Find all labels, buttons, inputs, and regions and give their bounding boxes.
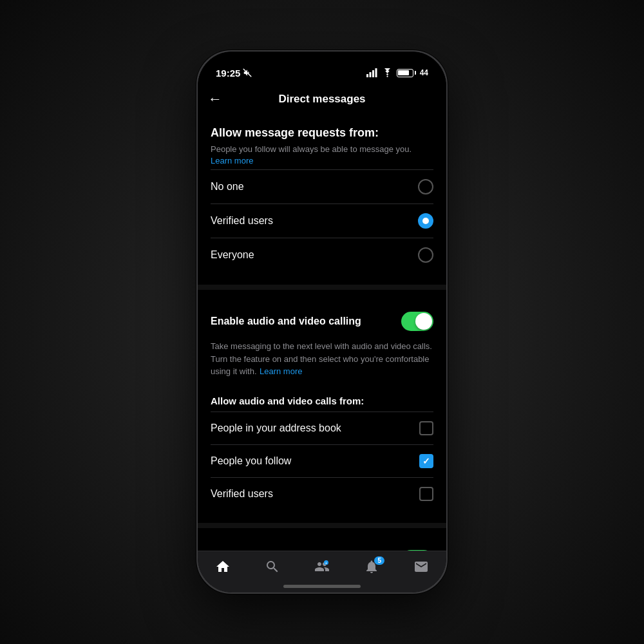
messages-icon <box>413 559 429 574</box>
nav-home[interactable] <box>215 559 231 574</box>
checkbox-address-book[interactable] <box>419 421 433 435</box>
mute-icon <box>243 68 252 77</box>
bottom-navigation: + 5 <box>198 551 446 580</box>
filter-messages-toggle-row: Filter low-quality messages <box>198 541 446 551</box>
svg-rect-3 <box>372 70 374 77</box>
phone-frame: 19:25 <box>196 50 448 594</box>
audio-video-toggle-label: Enable audio and video calling <box>211 316 361 327</box>
battery-level: 44 <box>420 68 428 77</box>
audio-video-toggle[interactable] <box>401 312 433 331</box>
option-no-one-label: No one <box>211 181 244 193</box>
message-requests-section: Allow message requests from: People you … <box>198 113 446 167</box>
option-verified-users-label: Verified users <box>211 215 273 227</box>
svg-text:+: + <box>325 561 327 565</box>
page-header: ← Direct messages <box>198 85 446 113</box>
option-no-one[interactable]: No one <box>198 170 446 204</box>
svg-rect-1 <box>366 74 368 77</box>
content-area: Allow message requests from: People you … <box>198 113 446 551</box>
nav-people[interactable]: + <box>314 559 330 574</box>
toggle-thumb <box>415 313 432 330</box>
option-everyone[interactable]: Everyone <box>198 238 446 272</box>
home-bar <box>283 585 361 588</box>
page-title: Direct messages <box>278 93 365 106</box>
calls-people-follow[interactable]: People you follow <box>198 445 446 477</box>
audio-video-desc-block: Take messaging to the next level with au… <box>198 340 446 386</box>
svg-point-5 <box>386 76 388 77</box>
wifi-icon <box>382 68 393 77</box>
calls-verified-users-label: Verified users <box>211 488 273 500</box>
dynamic-island <box>270 52 348 70</box>
audio-video-desc: Take messaging to the next level with au… <box>211 341 432 375</box>
checkbox-people-follow[interactable] <box>419 454 433 468</box>
radio-verified-users[interactable] <box>418 213 433 229</box>
signal-icon <box>366 68 378 77</box>
radio-no-one[interactable] <box>418 179 433 194</box>
time-display: 19:25 <box>216 68 240 79</box>
option-verified-users[interactable]: Verified users <box>198 204 446 238</box>
status-time: 19:25 <box>216 68 252 79</box>
svg-rect-4 <box>375 68 377 77</box>
nav-search[interactable] <box>265 559 280 574</box>
calls-verified-users[interactable]: Verified users <box>198 478 446 510</box>
search-icon <box>265 559 280 574</box>
checkbox-verified-calls[interactable] <box>419 487 433 501</box>
radio-everyone[interactable] <box>418 247 433 263</box>
section-divider-1 <box>198 285 446 290</box>
calls-address-book-label: People in your address book <box>211 422 341 434</box>
svg-rect-2 <box>369 72 371 77</box>
message-requests-desc: People you follow will always be able to… <box>211 144 433 167</box>
audio-video-learn-more[interactable]: Learn more <box>260 366 302 376</box>
back-button[interactable]: ← <box>208 91 222 108</box>
home-icon <box>215 559 231 574</box>
calls-people-follow-label: People you follow <box>211 455 291 467</box>
notification-badge: 5 <box>374 556 384 565</box>
section-divider-2 <box>198 523 446 528</box>
calls-address-book[interactable]: People in your address book <box>198 412 446 444</box>
audio-video-toggle-row: Enable audio and video calling <box>198 303 446 340</box>
status-icons: 44 <box>366 68 428 77</box>
battery-icon <box>397 69 416 77</box>
phone-screen: 19:25 <box>198 52 446 592</box>
people-icon: + <box>314 559 330 574</box>
nav-notifications[interactable]: 5 <box>364 559 379 574</box>
message-requests-title: Allow message requests from: <box>211 126 433 140</box>
message-requests-learn-more[interactable]: Learn more <box>211 156 253 166</box>
home-indicator <box>198 580 446 592</box>
calls-from-title: Allow audio and video calls from: <box>198 386 446 412</box>
nav-messages[interactable] <box>413 559 429 574</box>
status-bar: 19:25 <box>198 52 446 85</box>
option-everyone-label: Everyone <box>211 249 254 261</box>
